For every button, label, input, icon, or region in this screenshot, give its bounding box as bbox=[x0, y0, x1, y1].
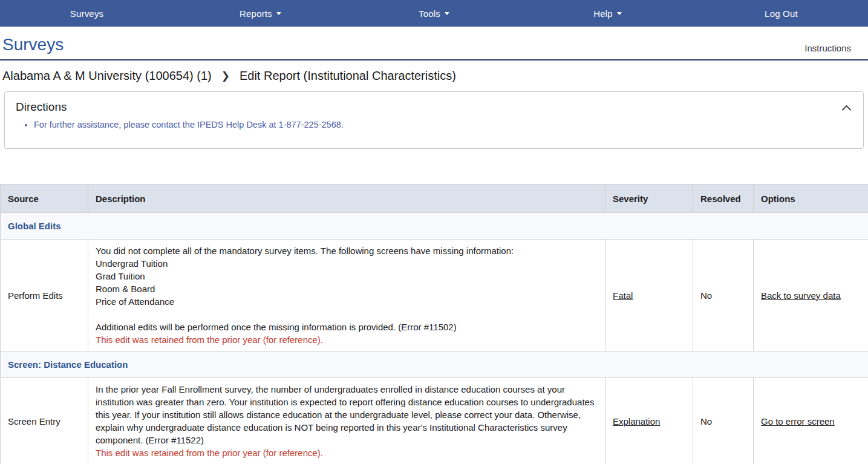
back-to-survey-data-link[interactable]: Back to survey data bbox=[761, 290, 841, 301]
column-header-options: Options bbox=[754, 185, 868, 213]
caret-down-icon bbox=[617, 12, 622, 15]
section-row-global-edits: Global Edits bbox=[1, 213, 868, 240]
caret-down-icon bbox=[445, 12, 449, 15]
severity-link[interactable]: Fatal bbox=[613, 290, 633, 301]
description-cell: In the prior year Fall Enrollment survey… bbox=[88, 378, 605, 464]
nav-item-label: Reports bbox=[240, 8, 272, 19]
retained-note: This edit was retained from the prior ye… bbox=[96, 446, 598, 459]
nav-item-label: Help bbox=[593, 8, 613, 19]
description-cell: You did not complete all of the mandator… bbox=[88, 240, 605, 351]
resolved-cell: No bbox=[693, 378, 754, 464]
table-row: Screen Entry In the prior year Fall Enro… bbox=[1, 378, 868, 464]
options-cell: Go to error screen bbox=[754, 378, 868, 464]
source-cell: Screen Entry bbox=[1, 378, 88, 464]
chevron-up-icon[interactable] bbox=[843, 105, 850, 113]
section-title: Global Edits bbox=[1, 213, 868, 240]
edit-report-table: Source Description Severity Resolved Opt… bbox=[0, 184, 868, 464]
options-cell: Back to survey data bbox=[754, 240, 868, 351]
page-header: Surveys Instructions bbox=[0, 27, 868, 60]
directions-panel: Directions For further assistance, pleas… bbox=[4, 91, 864, 149]
section-row-distance-education: Screen: Distance Education bbox=[1, 351, 868, 378]
page-title: Surveys bbox=[2, 35, 64, 54]
column-header-severity: Severity bbox=[605, 185, 693, 213]
column-header-resolved: Resolved bbox=[693, 185, 754, 213]
directions-title: Directions bbox=[16, 100, 852, 114]
instructions-link[interactable]: Instructions bbox=[804, 43, 851, 54]
nav-item-logout[interactable]: Log Out bbox=[694, 0, 868, 27]
severity-cell: Fatal bbox=[605, 240, 693, 351]
section-title: Screen: Distance Education bbox=[1, 351, 868, 378]
nav-item-reports[interactable]: Reports bbox=[174, 0, 347, 27]
directions-item: For further assistance, please contact t… bbox=[34, 119, 852, 131]
nav-item-label: Tools bbox=[419, 8, 440, 19]
top-navbar: Surveys Reports Tools Help Log Out bbox=[0, 0, 868, 27]
breadcrumb: Alabama A & M University (100654) (1) ❯ … bbox=[0, 60, 868, 90]
nav-item-help[interactable]: Help bbox=[521, 0, 694, 27]
breadcrumb-institution: Alabama A & M University (100654) (1) bbox=[2, 69, 212, 83]
nav-item-label: Surveys bbox=[70, 8, 104, 19]
column-header-source: Source bbox=[1, 185, 88, 213]
breadcrumb-separator: ❯ bbox=[221, 70, 230, 82]
nav-item-label: Log Out bbox=[765, 8, 798, 19]
nav-item-tools[interactable]: Tools bbox=[347, 0, 521, 27]
directions-list: For further assistance, please contact t… bbox=[16, 119, 852, 131]
breadcrumb-page: Edit Report (Institutional Characteristi… bbox=[240, 69, 456, 83]
table-row: Perform Edits You did not complete all o… bbox=[1, 240, 868, 351]
column-header-description: Description bbox=[88, 185, 605, 213]
resolved-cell: No bbox=[693, 240, 754, 351]
go-to-error-screen-link[interactable]: Go to error screen bbox=[761, 416, 835, 426]
spacer bbox=[0, 149, 868, 184]
retained-note: This edit was retained from the prior ye… bbox=[96, 333, 598, 346]
nav-item-surveys[interactable]: Surveys bbox=[0, 0, 174, 27]
source-cell: Perform Edits bbox=[1, 240, 88, 351]
table-header-row: Source Description Severity Resolved Opt… bbox=[1, 185, 868, 213]
severity-link[interactable]: Explanation bbox=[613, 416, 660, 426]
description-text: In the prior year Fall Enrollment survey… bbox=[96, 383, 598, 446]
description-text: You did not complete all of the mandator… bbox=[96, 244, 598, 333]
severity-cell: Explanation bbox=[605, 378, 693, 464]
caret-down-icon bbox=[276, 12, 281, 15]
